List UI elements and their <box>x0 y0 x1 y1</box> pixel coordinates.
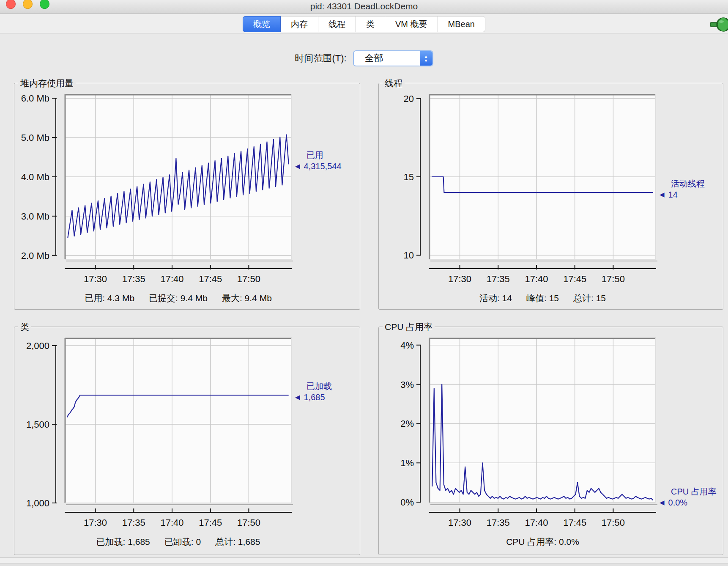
time-range-toolbar: 时间范围(T): 全部 ▴▾ <box>0 50 728 67</box>
svg-text:17:40: 17:40 <box>525 517 548 528</box>
svg-text:1,500: 1,500 <box>26 419 49 430</box>
chart-summary: 已加载: 1,685已卸载: 0总计: 1,685 <box>65 536 292 548</box>
svg-text:5.0 Mb: 5.0 Mb <box>21 132 49 143</box>
title-bar: pid: 43301 DeadLockDemo <box>0 0 728 14</box>
window-title: pid: 43301 DeadLockDemo <box>0 1 728 11</box>
summary-item: CPU 占用率: 0.0% <box>506 537 579 547</box>
classes-chart: 2,0001,5001,00017:3017:3517:4017:4517:50 <box>14 332 360 530</box>
chart-legend: 已用 ◀ 4,315,544 <box>295 150 359 172</box>
svg-text:17:50: 17:50 <box>602 517 625 528</box>
jconsole-window: { "window": { "title": "pid: 43301 DeadL… <box>0 0 728 566</box>
tab-overview[interactable]: 概览 <box>243 16 281 32</box>
summary-item: 活动: 14 <box>479 293 512 303</box>
svg-text:2.0 Mb: 2.0 Mb <box>21 250 49 261</box>
tab-memory[interactable]: 内存 <box>280 16 318 32</box>
svg-text:17:45: 17:45 <box>563 517 586 528</box>
svg-text:6.0 Mb: 6.0 Mb <box>21 93 49 104</box>
panel-title: 线程 <box>383 77 405 89</box>
tab-mbean[interactable]: MBean <box>438 16 485 32</box>
chart-summary: CPU 占用率: 0.0% <box>429 536 656 548</box>
svg-text:17:50: 17:50 <box>237 517 260 528</box>
window-footer <box>0 557 728 566</box>
tab-classes[interactable]: 类 <box>356 16 385 32</box>
svg-text:17:40: 17:40 <box>160 517 183 528</box>
summary-item: 已加载: 1,685 <box>96 537 150 547</box>
svg-text:4%: 4% <box>400 340 414 351</box>
panel-title: 类 <box>18 321 31 333</box>
legend-current-value: 0.0% <box>668 497 688 508</box>
svg-text:0%: 0% <box>400 497 414 508</box>
svg-text:17:40: 17:40 <box>525 274 548 284</box>
legend-series-name: 已用 <box>295 150 359 161</box>
summary-item: 已提交: 9.4 Mb <box>149 293 208 303</box>
legend-series-name: 已加载 <box>295 381 359 392</box>
plug-connected-icon <box>710 17 728 32</box>
svg-text:20: 20 <box>404 93 414 104</box>
svg-text:17:30: 17:30 <box>84 517 107 528</box>
svg-text:3.0 Mb: 3.0 Mb <box>21 211 49 222</box>
time-range-selected-value: 全部 <box>354 52 420 65</box>
svg-text:17:30: 17:30 <box>448 517 471 528</box>
svg-text:10: 10 <box>404 250 414 261</box>
svg-text:4.0 Mb: 4.0 Mb <box>21 172 49 182</box>
chart-summary: 活动: 14峰值: 15总计: 15 <box>429 292 656 304</box>
svg-text:17:35: 17:35 <box>487 517 510 528</box>
svg-text:17:35: 17:35 <box>487 274 510 284</box>
window-footer-edge <box>0 563 728 566</box>
summary-item: 最大: 9.4 Mb <box>222 293 272 303</box>
summary-item: 总计: 15 <box>573 293 606 303</box>
svg-text:3%: 3% <box>400 379 414 390</box>
svg-text:2,000: 2,000 <box>26 341 49 351</box>
svg-text:17:30: 17:30 <box>84 274 107 284</box>
svg-text:1,000: 1,000 <box>26 498 49 508</box>
time-range-label: 时间范围(T): <box>295 52 346 65</box>
svg-text:17:45: 17:45 <box>563 274 586 284</box>
summary-item: 峰值: 15 <box>526 293 559 303</box>
chart-legend: 已加载 ◀ 1,685 <box>295 381 359 403</box>
chart-legend: CPU 占用率 ◀ 0.0% <box>660 486 723 508</box>
legend-current-value: 1,685 <box>304 392 325 403</box>
svg-text:17:50: 17:50 <box>237 274 260 284</box>
legend-marker-icon: ◀ <box>295 161 300 172</box>
chart-summary: 已用: 4.3 Mb已提交: 9.4 Mb最大: 9.4 Mb <box>65 292 292 304</box>
svg-text:17:45: 17:45 <box>199 517 222 528</box>
svg-text:17:30: 17:30 <box>448 274 471 284</box>
time-range-select[interactable]: 全部 ▴▾ <box>353 50 433 66</box>
svg-text:17:50: 17:50 <box>602 274 625 284</box>
legend-marker-icon: ◀ <box>295 392 300 403</box>
svg-text:1%: 1% <box>400 458 414 468</box>
svg-text:15: 15 <box>404 172 414 182</box>
panel-title: 堆内存使用量 <box>18 77 76 89</box>
legend-series-name: CPU 占用率 <box>660 486 723 497</box>
chart-legend: 活动线程 ◀ 14 <box>660 178 723 200</box>
combo-stepper-icon[interactable]: ▴▾ <box>420 51 432 66</box>
panel-cpu-usage: CPU 占用率 4%3%2%1%0%17:3017:3517:4017:4517… <box>378 327 723 555</box>
svg-text:17:40: 17:40 <box>160 274 183 284</box>
tab-bar: 概览 内存 线程 类 VM 概要 MBean <box>243 16 485 32</box>
summary-item: 总计: 1,685 <box>215 537 260 547</box>
heap-memory-chart: 6.0 Mb5.0 Mb4.0 Mb3.0 Mb2.0 Mb17:3017:35… <box>14 88 360 286</box>
panel-classes: 类 2,0001,5001,00017:3017:3517:4017:4517:… <box>14 327 360 555</box>
panel-title: CPU 占用率 <box>383 321 435 333</box>
tab-threads[interactable]: 线程 <box>318 16 356 32</box>
legend-current-value: 4,315,544 <box>304 161 342 172</box>
summary-item: 已卸载: 0 <box>164 537 201 547</box>
svg-text:17:45: 17:45 <box>199 274 222 284</box>
legend-series-name: 活动线程 <box>660 178 723 189</box>
summary-item: 已用: 4.3 Mb <box>85 293 134 303</box>
svg-text:17:35: 17:35 <box>122 274 145 284</box>
tab-vm-summary[interactable]: VM 概要 <box>385 16 438 32</box>
panel-heap-memory: 堆内存使用量 6.0 Mb5.0 Mb4.0 Mb3.0 Mb2.0 Mb17:… <box>14 83 360 310</box>
legend-current-value: 14 <box>668 189 678 200</box>
legend-marker-icon: ◀ <box>660 497 665 508</box>
svg-text:2%: 2% <box>400 418 414 429</box>
legend-marker-icon: ◀ <box>660 189 665 200</box>
panel-threads: 线程 20151017:3017:3517:4017:4517:50 活动线程 … <box>378 83 723 310</box>
svg-text:17:35: 17:35 <box>122 517 145 528</box>
